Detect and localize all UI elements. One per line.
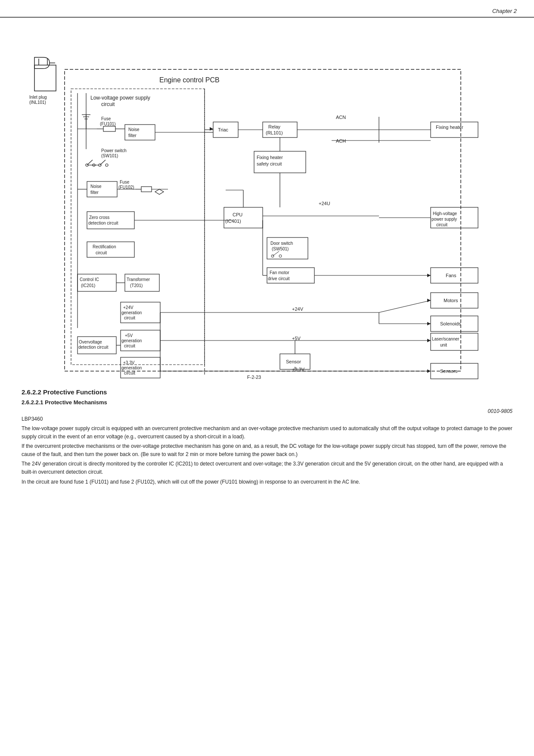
svg-text:Overvoltage: Overvoltage <box>79 340 102 344</box>
svg-line-115 <box>273 251 279 256</box>
svg-text:Fan motor: Fan motor <box>270 270 289 275</box>
svg-marker-154 <box>427 274 431 277</box>
svg-text:Laser/scanner: Laser/scanner <box>432 337 459 341</box>
svg-rect-54 <box>78 274 116 291</box>
svg-text:unit: unit <box>440 343 447 347</box>
svg-text:Noise: Noise <box>128 127 140 132</box>
svg-text:F-2-23: F-2-23 <box>247 375 261 380</box>
circuit-diagram: Inlet plug (INL101) Engine control PCB L… <box>22 26 512 380</box>
svg-text:ACN: ACN <box>336 115 346 120</box>
svg-text:Control IC: Control IC <box>80 277 99 282</box>
svg-text:+3.3V: +3.3V <box>123 360 135 365</box>
svg-text:Transformer: Transformer <box>127 277 150 282</box>
svg-text:Fixing heater: Fixing heater <box>257 155 283 160</box>
svg-text:power supply: power supply <box>432 217 457 222</box>
svg-text:(IC201): (IC201) <box>81 283 95 288</box>
svg-rect-141 <box>431 333 478 350</box>
svg-rect-0 <box>34 65 56 91</box>
svg-text:circuit: circuit <box>124 316 135 320</box>
svg-text:circuit: circuit <box>124 344 135 348</box>
body-paragraph-4: In the circuit are found fuse 1 (FU101) … <box>22 478 512 486</box>
svg-text:High-voltage: High-voltage <box>433 211 457 216</box>
svg-line-133 <box>379 300 431 312</box>
svg-text:safety circuit: safety circuit <box>257 161 282 166</box>
svg-line-33 <box>100 160 106 165</box>
chapter-label: Chapter 2 <box>492 8 517 14</box>
svg-text:CPU: CPU <box>233 212 242 217</box>
svg-point-116 <box>279 255 282 257</box>
svg-text:+5V: +5V <box>292 336 301 341</box>
svg-marker-153 <box>210 127 213 131</box>
svg-text:Motors: Motors <box>444 298 458 303</box>
svg-text:Door switch: Door switch <box>270 241 293 246</box>
section-heading-1: 2.6.2.2 Protective Functions <box>22 388 512 396</box>
svg-text:Zero cross: Zero cross <box>89 215 109 220</box>
svg-text:circuit: circuit <box>436 222 447 227</box>
main-content: Inlet plug (INL101) Engine control PCB L… <box>0 22 534 496</box>
svg-rect-100 <box>224 207 263 228</box>
svg-text:+24V: +24V <box>123 305 134 310</box>
svg-marker-158 <box>427 369 431 373</box>
svg-text:Sensors: Sensors <box>440 369 458 374</box>
svg-text:Triac: Triac <box>218 127 229 132</box>
svg-text:detection circuit: detection circuit <box>88 221 118 225</box>
svg-rect-44 <box>141 187 152 192</box>
svg-text:+24V: +24V <box>292 306 304 312</box>
svg-marker-156 <box>427 322 431 325</box>
svg-rect-47 <box>87 212 134 229</box>
svg-text:detection circuit: detection circuit <box>78 345 109 350</box>
body-paragraph-1: The low-voltage power supply circuit is … <box>22 425 512 440</box>
svg-text:circuit: circuit <box>96 250 107 255</box>
svg-text:(FU102): (FU102) <box>118 185 134 190</box>
svg-text:Rectification: Rectification <box>93 244 116 249</box>
model-label: LBP3460 <box>22 416 512 422</box>
svg-text:drive circuit: drive circuit <box>268 276 290 281</box>
svg-text:Engine control PCB: Engine control PCB <box>159 76 220 84</box>
svg-rect-14 <box>103 126 115 131</box>
svg-text:(SW501): (SW501) <box>272 247 289 251</box>
svg-text:Fixing heater: Fixing heater <box>436 125 463 130</box>
svg-text:Inlet plug: Inlet plug <box>29 95 47 100</box>
svg-text:Fans: Fans <box>446 273 456 278</box>
svg-text:circuit: circuit <box>124 371 135 375</box>
ref-number: 0010-9805 <box>22 408 512 414</box>
svg-text:Noise: Noise <box>90 184 102 189</box>
svg-text:Solenoids: Solenoids <box>440 321 461 326</box>
svg-text:(IC401): (IC401) <box>225 219 241 224</box>
svg-text:(INL101): (INL101) <box>29 100 46 105</box>
page-header: Chapter 2 <box>0 0 534 18</box>
svg-text:(FU101): (FU101) <box>100 122 116 126</box>
svg-text:Fuse: Fuse <box>101 116 111 121</box>
svg-marker-46 <box>155 189 164 194</box>
svg-text:Power switch: Power switch <box>101 148 127 153</box>
svg-text:generation: generation <box>121 366 142 370</box>
svg-point-34 <box>106 164 108 166</box>
svg-text:filter: filter <box>128 133 137 138</box>
svg-rect-57 <box>125 274 159 291</box>
body-paragraph-3: The 24V generation circuit is directly m… <box>22 460 512 476</box>
svg-text:(T201): (T201) <box>130 283 143 288</box>
svg-text:+5V: +5V <box>125 333 133 338</box>
diagram-container: Inlet plug (INL101) Engine control PCB L… <box>22 26 512 380</box>
body-paragraph-2: If the overcurrent protective mechanisms… <box>22 442 512 458</box>
svg-text:circuit: circuit <box>101 101 115 107</box>
svg-text:ACH: ACH <box>336 138 346 144</box>
svg-text:generation: generation <box>121 338 142 343</box>
svg-text:filter: filter <box>90 190 99 195</box>
svg-text:Fuse: Fuse <box>120 180 130 184</box>
svg-text:Relay: Relay <box>268 124 281 129</box>
svg-text:+24U: +24U <box>319 201 330 206</box>
svg-text:(SW101): (SW101) <box>101 153 118 158</box>
svg-marker-157 <box>427 339 431 342</box>
svg-text:(RL101): (RL101) <box>266 130 283 135</box>
sub-heading-1: 2.6.2.2.1 Protective Mechanisms <box>22 399 512 406</box>
svg-text:generation: generation <box>121 310 142 315</box>
svg-text:Low-voltage power supply: Low-voltage power supply <box>90 95 150 101</box>
svg-text:Sensor: Sensor <box>286 359 301 364</box>
svg-line-30 <box>87 160 93 165</box>
svg-marker-155 <box>427 299 431 302</box>
